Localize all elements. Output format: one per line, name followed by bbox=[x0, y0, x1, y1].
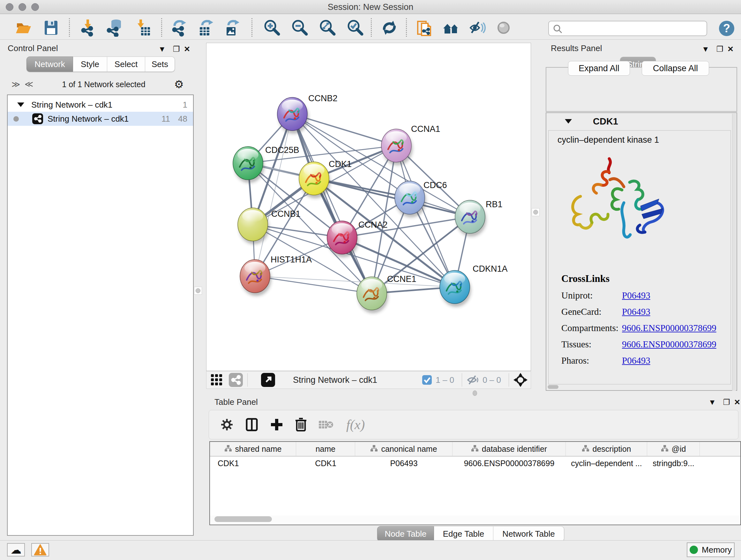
results-horizontal-scroll-thumb[interactable] bbox=[548, 385, 558, 389]
horizontal-splitter-dot[interactable] bbox=[473, 390, 477, 396]
export-network-icon[interactable] bbox=[171, 19, 189, 37]
node-RB1[interactable]: RB1 bbox=[455, 199, 502, 237]
column-header-description[interactable]: description bbox=[566, 442, 647, 456]
float-panel-icon[interactable]: ▼ bbox=[702, 45, 710, 53]
tab-select[interactable]: Select bbox=[107, 57, 145, 72]
network-row-selected[interactable]: String Network – cdk1 11 48 bbox=[8, 112, 193, 126]
collection-expander-icon[interactable] bbox=[17, 103, 24, 107]
table-row[interactable]: CDK1CDK1P064939606.ENSP00000378699cyclin… bbox=[210, 456, 741, 470]
collapse-all-button[interactable]: Collapse All bbox=[642, 61, 709, 76]
edge-CCNB2-HIST1H1A[interactable] bbox=[255, 114, 292, 276]
zoom-fit-icon[interactable] bbox=[319, 19, 337, 37]
node-HIST1H1A[interactable]: HIST1H1A bbox=[240, 255, 312, 296]
network-collection-row[interactable]: String Network – cdk1 1 bbox=[8, 98, 193, 112]
tab-edge-table[interactable]: Edge Table bbox=[434, 526, 493, 542]
scroll-thumb[interactable] bbox=[214, 516, 272, 522]
grid-view-icon[interactable] bbox=[210, 374, 224, 386]
node-CDK1[interactable]: CDK1 bbox=[299, 159, 352, 198]
import-network-icon[interactable] bbox=[79, 19, 97, 37]
float-panel-icon[interactable]: ▼ bbox=[158, 45, 166, 53]
crosslink-link[interactable]: P06493 bbox=[622, 307, 650, 317]
crosslink-link[interactable]: 9606.ENSP00000378699 bbox=[622, 339, 717, 350]
home-networks-icon[interactable] bbox=[442, 19, 460, 37]
zoom-out-icon[interactable] bbox=[291, 19, 309, 37]
float-panel-icon[interactable]: ▼ bbox=[709, 398, 716, 406]
memory-button[interactable]: Memory bbox=[687, 543, 735, 557]
column-header-canonical-name[interactable]: canonical name bbox=[355, 442, 453, 456]
column-header-namespace[interactable]: namespace bbox=[700, 442, 741, 456]
open-session-icon[interactable] bbox=[14, 19, 32, 37]
expand-all-button[interactable]: Expand All bbox=[568, 61, 630, 76]
section-expander-icon[interactable] bbox=[565, 119, 572, 124]
search-field[interactable] bbox=[548, 21, 707, 36]
node-CCNB2[interactable]: CCNB2 bbox=[277, 94, 338, 134]
selected-checkbox-icon[interactable] bbox=[421, 374, 432, 385]
table-cell[interactable]: stringdb bbox=[700, 456, 741, 470]
clone-network-icon[interactable] bbox=[416, 19, 434, 37]
network-share-view-icon[interactable] bbox=[229, 373, 243, 387]
close-panel-icon[interactable]: ✕ bbox=[184, 45, 190, 53]
apply-layout-refresh-icon[interactable] bbox=[381, 19, 398, 37]
show-graphics-eye-icon[interactable] bbox=[495, 19, 513, 37]
network-canvas[interactable]: CCNB2CCNA1CDC25BCDK1CDC6RB1CCNB1CCNA2CDK… bbox=[206, 43, 531, 371]
maximize-panel-icon[interactable]: ❐ bbox=[723, 398, 730, 406]
edge-CCNB2-CCNE1[interactable] bbox=[292, 114, 372, 294]
column-header-@id[interactable]: @id bbox=[647, 442, 700, 456]
crosslink-link[interactable]: 9606.ENSP00000378699 bbox=[622, 323, 717, 333]
table-cell[interactable]: stringdb:9... bbox=[647, 456, 700, 470]
crosslink-link[interactable]: P06493 bbox=[622, 290, 650, 301]
tab-sets[interactable]: Sets bbox=[145, 57, 175, 72]
delete-column-trash-icon[interactable] bbox=[294, 417, 307, 432]
right-splitter-handle[interactable] bbox=[532, 208, 540, 216]
cloud-button[interactable]: ☁ bbox=[7, 543, 25, 557]
close-panel-icon[interactable]: ✕ bbox=[727, 45, 734, 53]
warnings-button[interactable] bbox=[31, 543, 49, 557]
close-panel-icon[interactable]: ✕ bbox=[734, 398, 740, 406]
zoom-selected-icon[interactable] bbox=[347, 19, 364, 37]
table-cell[interactable]: P06493 bbox=[355, 456, 453, 470]
table-horizontal-scrollbar[interactable] bbox=[210, 516, 740, 523]
tab-network[interactable]: Network bbox=[26, 57, 73, 72]
network-options-gear-icon[interactable]: ⚙ bbox=[174, 78, 184, 91]
table-cell[interactable]: 9606.ENSP00000378699 bbox=[453, 456, 566, 470]
save-session-icon[interactable] bbox=[42, 19, 60, 37]
node-CCNE1[interactable]: CCNE1 bbox=[357, 274, 416, 313]
birds-eye-view-icon[interactable] bbox=[261, 373, 275, 387]
crosslink-link[interactable]: P06493 bbox=[622, 355, 650, 366]
import-table-icon[interactable] bbox=[134, 19, 152, 37]
export-image-icon[interactable] bbox=[223, 19, 241, 37]
maximize-panel-icon[interactable]: ❐ bbox=[717, 45, 724, 53]
maximize-panel-icon[interactable]: ❐ bbox=[173, 45, 180, 53]
table-options-gear-icon[interactable] bbox=[220, 418, 234, 432]
results-vertical-scrollbar[interactable] bbox=[732, 114, 736, 391]
fit-content-crosshair-icon[interactable] bbox=[514, 373, 528, 387]
export-table-icon[interactable] bbox=[197, 19, 215, 37]
show-columns-icon[interactable] bbox=[245, 418, 259, 432]
column-header-database-identifier[interactable]: database identifier bbox=[453, 442, 566, 456]
node-CDKN1A[interactable]: CDKN1A bbox=[440, 264, 508, 307]
hide-graphics-eye-icon[interactable] bbox=[468, 19, 486, 37]
help-button[interactable]: ? bbox=[719, 21, 734, 36]
column-header-name[interactable]: name bbox=[296, 442, 355, 456]
column-header-shared-name[interactable]: shared name bbox=[210, 442, 296, 456]
tab-network-table[interactable]: Network Table bbox=[493, 526, 564, 542]
memory-status-dot bbox=[690, 546, 698, 554]
edge-CCNA1-CCNE1[interactable] bbox=[372, 145, 396, 294]
tab-node-table[interactable]: Node Table bbox=[377, 526, 434, 542]
left-splitter-handle[interactable] bbox=[194, 287, 202, 295]
tab-style[interactable]: Style bbox=[73, 57, 107, 72]
table-cell[interactable]: cyclin–dependent ... bbox=[566, 456, 647, 470]
edge-HIST1H1A-CCNE1[interactable] bbox=[255, 276, 372, 294]
zoom-in-icon[interactable] bbox=[263, 19, 281, 37]
collapse-all-icon[interactable]: ≫ bbox=[11, 79, 20, 89]
hidden-eye-icon[interactable] bbox=[467, 374, 479, 385]
application-window: Session: New Session bbox=[0, 0, 741, 560]
expand-all-icon[interactable]: ≫ bbox=[24, 79, 33, 89]
gene-section-header[interactable]: CDK1 bbox=[546, 113, 737, 130]
import-network-from-database-icon[interactable] bbox=[105, 19, 123, 37]
table-cell[interactable]: CDK1 bbox=[210, 456, 296, 470]
control-panel-tabs: NetworkStyleSelectSets bbox=[26, 57, 175, 72]
table-cell[interactable]: CDK1 bbox=[296, 456, 355, 470]
add-column-icon[interactable] bbox=[270, 418, 284, 432]
search-input[interactable] bbox=[565, 22, 703, 35]
